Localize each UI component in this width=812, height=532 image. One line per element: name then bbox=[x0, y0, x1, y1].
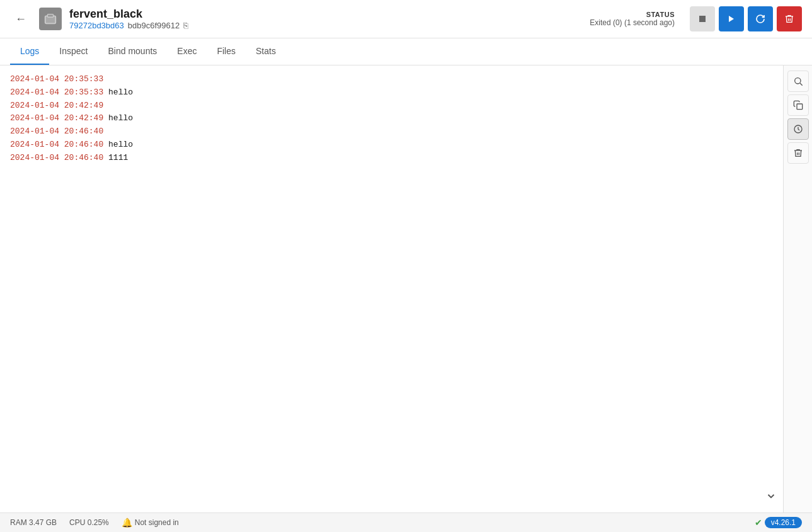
ram-label: RAM 3.47 GB bbox=[10, 518, 57, 527]
search-button[interactable] bbox=[787, 71, 809, 92]
svg-marker-3 bbox=[729, 16, 734, 22]
side-toolbar bbox=[783, 65, 812, 512]
check-icon: ✔ bbox=[755, 518, 762, 528]
container-id-row: 79272bd3bd63 bdb9c6f99612 ⎘ bbox=[69, 21, 188, 30]
container-id-link[interactable]: 79272bd3bd63 bbox=[69, 21, 124, 30]
log-line: 2024-01-04 20:42:49 bbox=[10, 99, 773, 113]
svg-rect-6 bbox=[797, 104, 803, 110]
svg-rect-1 bbox=[47, 14, 53, 18]
delete-button[interactable] bbox=[777, 6, 802, 31]
main-content: 2024-01-04 20:35:332024-01-04 20:35:33 h… bbox=[0, 65, 812, 512]
tab-logs[interactable]: Logs bbox=[10, 38, 49, 65]
timestamps-button[interactable] bbox=[787, 118, 809, 140]
clear-logs-button[interactable] bbox=[787, 142, 809, 164]
tab-stats[interactable]: Stats bbox=[246, 38, 286, 65]
log-area[interactable]: 2024-01-04 20:35:332024-01-04 20:35:33 h… bbox=[0, 65, 783, 512]
version-badge: v4.26.1 bbox=[765, 517, 802, 528]
sign-in-status[interactable]: 🔔 Not signed in bbox=[122, 518, 179, 528]
log-line: 2024-01-04 20:35:33 hello bbox=[10, 86, 773, 99]
container-short-id: bdb9c6f99612 bbox=[128, 21, 180, 30]
status-section: STATUS Exited (0) (1 second ago) bbox=[590, 11, 675, 27]
stop-button[interactable] bbox=[690, 6, 715, 31]
log-line: 2024-01-04 20:35:33 bbox=[10, 73, 773, 86]
footer: RAM 3.47 GB CPU 0.25% 🔔 Not signed in ✔ … bbox=[0, 512, 812, 532]
play-button[interactable] bbox=[719, 6, 744, 31]
container-info: fervent_black 79272bd3bd63 bdb9c6f99612 … bbox=[69, 8, 188, 30]
ram-indicator: RAM 3.47 GB bbox=[10, 518, 57, 527]
version-section: ✔ v4.26.1 bbox=[755, 517, 802, 528]
header: ← fervent_black 79272bd3bd63 bdb9c6f9961… bbox=[0, 0, 812, 38]
copy-logs-button[interactable] bbox=[787, 94, 809, 116]
log-line: 2024-01-04 20:42:49 hello bbox=[10, 112, 773, 125]
back-button[interactable]: ← bbox=[10, 10, 31, 28]
svg-rect-2 bbox=[699, 16, 706, 22]
cpu-indicator: CPU 0.25% bbox=[69, 518, 109, 527]
log-line: 2024-01-04 20:46:40 hello bbox=[10, 139, 773, 152]
log-line: 2024-01-04 20:46:40 1111 bbox=[10, 152, 773, 165]
container-name: fervent_black bbox=[69, 8, 188, 21]
tabs: Logs Inspect Bind mounts Exec Files Stat… bbox=[0, 38, 812, 65]
svg-point-4 bbox=[794, 78, 800, 84]
tab-files[interactable]: Files bbox=[207, 38, 246, 65]
status-value: Exited (0) (1 second ago) bbox=[590, 18, 675, 27]
not-signed-icon: 🔔 bbox=[122, 518, 132, 528]
cpu-label: CPU 0.25% bbox=[69, 518, 109, 527]
container-icon bbox=[39, 8, 62, 30]
tab-inspect[interactable]: Inspect bbox=[49, 38, 98, 65]
not-signed-label: Not signed in bbox=[135, 518, 179, 527]
svg-line-5 bbox=[800, 83, 803, 86]
log-line: 2024-01-04 20:46:40 bbox=[10, 125, 773, 139]
tab-exec[interactable]: Exec bbox=[167, 38, 207, 65]
copy-id-icon[interactable]: ⎘ bbox=[183, 21, 188, 30]
action-buttons bbox=[690, 6, 802, 31]
scroll-bottom-button[interactable] bbox=[765, 490, 777, 505]
restart-button[interactable] bbox=[748, 6, 773, 31]
tab-bind-mounts[interactable]: Bind mounts bbox=[98, 38, 168, 65]
status-label: STATUS bbox=[646, 11, 675, 18]
